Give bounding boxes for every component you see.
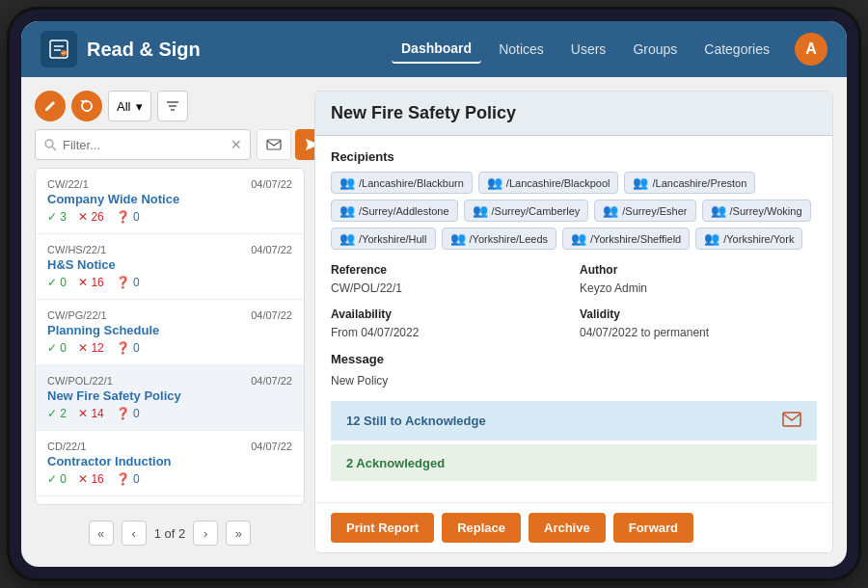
list-item[interactable]: CD/22/1 04/07/22 Contractor Induction ✓ … xyxy=(36,431,304,496)
recipient-tag: 👥 /Surrey/Woking xyxy=(702,200,811,222)
notice-id: CW/PG/22/1 xyxy=(47,309,107,321)
recipient-tag: 👥 /Lancashire/Blackburn xyxy=(331,172,473,194)
detail-grid: Reference CW/POL/22/1 Author Keyzo Admin… xyxy=(331,263,817,340)
stat-red: ✕ 16 xyxy=(78,276,104,289)
list-item[interactable]: CW/POL/22/1 04/07/22 New Fire Safety Pol… xyxy=(36,365,304,431)
stat-red: ✕ 16 xyxy=(78,472,104,486)
archive-button[interactable]: Archive xyxy=(529,513,606,543)
left-panel: All ▾ xyxy=(35,91,305,553)
print-report-button[interactable]: Print Report xyxy=(331,513,434,543)
message-label: Message xyxy=(331,352,817,366)
recipient-tag: 👥 /Surrey/Addlestone xyxy=(331,200,458,222)
notice-date: 04/07/22 xyxy=(251,309,292,321)
action-buttons: Print Report Replace Archive Forward xyxy=(315,502,832,552)
group-icon: 👥 xyxy=(704,231,719,246)
author-label: Author xyxy=(580,263,817,277)
user-avatar[interactable]: A xyxy=(795,33,827,66)
message-section: Message New Policy xyxy=(331,352,817,388)
stat-green: ✓ 2 xyxy=(47,407,67,420)
nav-categories[interactable]: Categories xyxy=(694,36,779,63)
replace-button[interactable]: Replace xyxy=(442,513,521,543)
recipient-tag: 👥 /Yorkshire/Leeds xyxy=(442,227,557,250)
reference-field: Reference CW/POL/22/1 xyxy=(331,263,568,296)
recipient-tag: 👥 /Lancashire/Preston xyxy=(624,172,755,194)
search-bar: ✕ xyxy=(35,129,251,160)
still-to-ack-text: 12 Still to Acknowledge xyxy=(346,414,486,428)
notice-title[interactable]: Planning Schedule xyxy=(47,323,292,337)
reference-value: CW/POL/22/1 xyxy=(331,281,402,295)
page-label: 1 of 2 xyxy=(154,526,186,541)
notice-title[interactable]: Company Wide Notice xyxy=(47,192,292,206)
group-icon: 👥 xyxy=(473,203,488,218)
stat-red: ✕ 14 xyxy=(78,407,104,420)
list-item[interactable]: CW/22/1 04/07/22 Company Wide Notice ✓ 3… xyxy=(36,169,304,234)
tablet-inner: Read & Sign Dashboard Notices Users Grou… xyxy=(21,21,847,567)
notice-title[interactable]: Contractor Induction xyxy=(47,454,292,468)
group-icon: 👥 xyxy=(571,231,586,246)
nav-groups[interactable]: Groups xyxy=(623,36,687,63)
availability-label: Availability xyxy=(331,307,568,321)
last-page-button[interactable]: » xyxy=(226,521,251,546)
forward-button[interactable]: Forward xyxy=(613,513,693,543)
detail-body: Recipients 👥 /Lancashire/Blackburn 👥 /La… xyxy=(315,136,832,502)
group-icon: 👥 xyxy=(603,203,618,218)
stat-green: ✓ 0 xyxy=(47,341,67,355)
stat-blue: ❓ 0 xyxy=(116,210,140,224)
refresh-button[interactable] xyxy=(71,91,102,121)
next-page-button[interactable]: › xyxy=(193,521,218,546)
recipient-tag: 👥 /Surrey/Esher xyxy=(594,200,695,222)
group-icon: 👥 xyxy=(339,175,355,190)
message-text: New Policy xyxy=(331,374,817,388)
reference-label: Reference xyxy=(331,263,568,277)
nav-users[interactable]: Users xyxy=(561,36,616,63)
prev-page-button[interactable]: ‹ xyxy=(122,521,147,546)
send-email-icon[interactable] xyxy=(782,411,801,431)
notice-id: CW/22/1 xyxy=(47,178,89,190)
notice-id: CW/HS/22/1 xyxy=(47,244,106,255)
search-row: ✕ xyxy=(35,129,305,160)
notice-title[interactable]: H&S Notice xyxy=(47,257,292,272)
detail-header: New Fire Safety Policy xyxy=(315,92,832,136)
detail-title: New Fire Safety Policy xyxy=(331,103,817,123)
svg-rect-9 xyxy=(267,140,281,149)
nav-dashboard[interactable]: Dashboard xyxy=(392,35,481,64)
author-value: Keyzo Admin xyxy=(580,281,647,295)
nav-notices[interactable]: Notices xyxy=(489,36,554,63)
clear-search-icon[interactable]: ✕ xyxy=(231,137,242,152)
list-item[interactable]: CW/PG/22/1 04/07/22 Planning Schedule ✓ … xyxy=(36,300,304,365)
first-page-button[interactable]: « xyxy=(89,521,114,546)
notice-id: CD/22/1 xyxy=(47,441,86,452)
right-panel: New Fire Safety Policy Recipients 👥 /Lan… xyxy=(314,91,833,553)
stat-blue: ❓ 0 xyxy=(116,472,140,486)
acknowledged-text: 2 Acknowledged xyxy=(346,456,445,470)
still-to-acknowledge-bar[interactable]: 12 Still to Acknowledge xyxy=(331,401,817,441)
availability-value: From 04/07/2022 xyxy=(331,326,419,339)
notice-date: 04/07/22 xyxy=(251,178,292,190)
stat-blue: ❓ 0 xyxy=(116,407,140,420)
recipient-tag: 👥 /Yorkshire/York xyxy=(695,227,802,250)
stat-green: ✓ 0 xyxy=(47,472,67,486)
app-header: Read & Sign Dashboard Notices Users Grou… xyxy=(21,21,847,77)
list-item[interactable]: CW/HS/22/1 04/07/22 H&S Notice ✓ 0 ✕ 16 … xyxy=(36,234,304,300)
app-title: Read & Sign xyxy=(87,39,201,61)
recipient-tag: 👥 /Yorkshire/Sheffield xyxy=(562,227,690,250)
recipient-tag: 👥 /Yorkshire/Hull xyxy=(331,227,436,250)
group-icon: 👥 xyxy=(339,203,355,218)
dropdown-value: All xyxy=(117,99,130,114)
sort-filter-button[interactable] xyxy=(157,91,188,121)
notice-list: CW/22/1 04/07/22 Company Wide Notice ✓ 3… xyxy=(35,168,305,505)
edit-button[interactable] xyxy=(35,91,66,121)
validity-field: Validity 04/07/2022 to permanent xyxy=(580,307,817,340)
stat-blue: ❓ 0 xyxy=(116,341,140,355)
recipient-tag: 👥 /Lancashire/Blackpool xyxy=(478,172,619,194)
validity-value: 04/07/2022 to permanent xyxy=(580,326,709,339)
group-icon: 👥 xyxy=(339,231,355,246)
notice-date: 04/07/22 xyxy=(251,244,292,255)
search-input[interactable] xyxy=(63,138,225,152)
email-icon-button[interactable] xyxy=(257,129,291,160)
stat-blue: ❓ 0 xyxy=(116,276,140,289)
notice-title[interactable]: New Fire Safety Policy xyxy=(47,388,292,403)
group-icon: 👥 xyxy=(633,175,648,190)
filter-dropdown[interactable]: All ▾ xyxy=(108,91,151,121)
acknowledged-bar: 2 Acknowledged xyxy=(331,444,817,481)
